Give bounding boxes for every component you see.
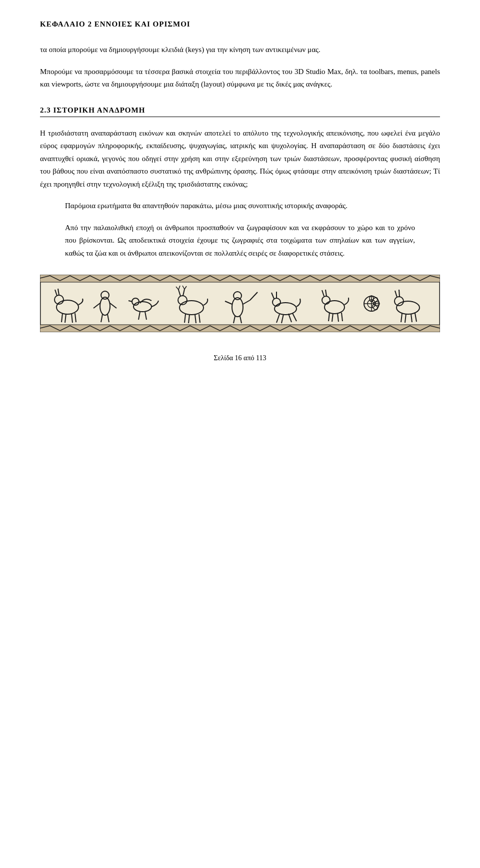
svg-line-68	[399, 290, 400, 297]
section-heading-2-3: 2.3 ΙΣΤΟΡΙΚΗ ΑΝΑΔΡΟΜΗ	[40, 106, 440, 117]
paragraph-1: τα οποία μπορούμε να δημιουργήσουμε κλει…	[40, 44, 440, 57]
paragraph-2: Μπορούμε να προσαρμόσουμε τα τέσσερα βασ…	[40, 66, 440, 91]
decorative-frieze	[40, 275, 440, 334]
page-footer: Σελίδα 16 από 113	[40, 349, 440, 362]
paragraph-4-indented: Παρόμοια ερωτήματα θα απαντηθούν παρακάτ…	[65, 200, 415, 213]
paragraph-5-indented: Από την παλαιολιθική εποχή οι άνθρωποι π…	[65, 222, 415, 260]
chapter-header: ΚΕΦΑΛΑΙΟ 2 ΕΝΝΟΙΕΣ ΚΑΙ ΟΡΙΣΜΟΙ	[40, 20, 440, 29]
paragraph-3: Η τρισδιάστατη αναπαράσταση εικόνων και …	[40, 127, 440, 191]
